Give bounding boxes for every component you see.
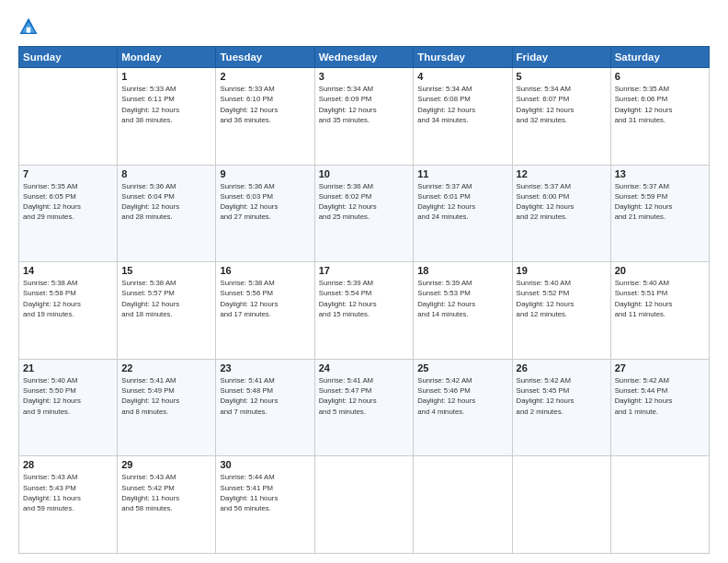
calendar-cell: 8Sunrise: 5:36 AMSunset: 6:04 PMDaylight… <box>118 165 216 262</box>
day-number: 14 <box>23 265 113 276</box>
calendar-week-row: 21Sunrise: 5:40 AMSunset: 5:50 PMDayligh… <box>19 359 710 456</box>
day-info: Sunrise: 5:37 AMSunset: 6:01 PMDaylight:… <box>417 181 507 223</box>
calendar-table: SundayMondayTuesdayWednesdayThursdayFrid… <box>18 46 710 554</box>
day-info: Sunrise: 5:42 AMSunset: 5:46 PMDaylight:… <box>417 375 507 417</box>
calendar-cell: 2Sunrise: 5:33 AMSunset: 6:10 PMDaylight… <box>216 68 314 166</box>
calendar-week-row: 1Sunrise: 5:33 AMSunset: 6:11 PMDaylight… <box>19 68 710 166</box>
weekday-header-saturday: Saturday <box>610 47 709 68</box>
calendar-cell: 23Sunrise: 5:41 AMSunset: 5:48 PMDayligh… <box>216 359 314 456</box>
calendar-week-row: 28Sunrise: 5:43 AMSunset: 5:43 PMDayligh… <box>19 456 710 554</box>
calendar-cell: 10Sunrise: 5:36 AMSunset: 6:02 PMDayligh… <box>314 165 414 262</box>
day-info: Sunrise: 5:34 AMSunset: 6:09 PMDaylight:… <box>319 84 410 125</box>
calendar-cell: 20Sunrise: 5:40 AMSunset: 5:51 PMDayligh… <box>610 262 709 360</box>
day-number: 4 <box>417 71 507 82</box>
day-number: 8 <box>121 168 211 179</box>
day-number: 22 <box>121 362 211 373</box>
calendar-cell: 9Sunrise: 5:36 AMSunset: 6:03 PMDaylight… <box>216 165 314 262</box>
day-info: Sunrise: 5:33 AMSunset: 6:10 PMDaylight:… <box>220 84 310 125</box>
day-info: Sunrise: 5:34 AMSunset: 6:07 PMDaylight:… <box>517 84 607 125</box>
calendar-cell: 21Sunrise: 5:40 AMSunset: 5:50 PMDayligh… <box>19 359 118 456</box>
day-info: Sunrise: 5:42 AMSunset: 5:45 PMDaylight:… <box>517 375 607 417</box>
day-number: 12 <box>517 168 607 179</box>
day-number: 26 <box>517 362 607 373</box>
calendar-cell: 24Sunrise: 5:41 AMSunset: 5:47 PMDayligh… <box>314 359 414 456</box>
calendar-cell <box>314 456 414 554</box>
day-number: 25 <box>417 362 507 373</box>
day-info: Sunrise: 5:35 AMSunset: 6:06 PMDaylight:… <box>615 84 705 125</box>
day-info: Sunrise: 5:44 AMSunset: 5:41 PMDaylight:… <box>220 472 310 513</box>
day-number: 16 <box>220 265 310 276</box>
day-number: 24 <box>319 362 410 373</box>
day-number: 5 <box>517 71 607 82</box>
day-number: 15 <box>121 265 211 276</box>
day-info: Sunrise: 5:42 AMSunset: 5:44 PMDaylight:… <box>615 375 705 417</box>
calendar-cell <box>19 68 118 166</box>
weekday-header-sunday: Sunday <box>19 47 118 68</box>
calendar-cell: 19Sunrise: 5:40 AMSunset: 5:52 PMDayligh… <box>512 262 610 360</box>
calendar-cell: 27Sunrise: 5:42 AMSunset: 5:44 PMDayligh… <box>610 359 709 456</box>
day-info: Sunrise: 5:39 AMSunset: 5:54 PMDaylight:… <box>319 278 410 319</box>
calendar-cell <box>512 456 610 554</box>
calendar-week-row: 7Sunrise: 5:35 AMSunset: 6:05 PMDaylight… <box>19 165 710 262</box>
day-number: 11 <box>417 168 507 179</box>
day-info: Sunrise: 5:38 AMSunset: 5:58 PMDaylight:… <box>23 278 113 319</box>
calendar-cell <box>414 456 512 554</box>
calendar-cell: 25Sunrise: 5:42 AMSunset: 5:46 PMDayligh… <box>414 359 512 456</box>
logo <box>18 17 40 37</box>
calendar-cell: 11Sunrise: 5:37 AMSunset: 6:01 PMDayligh… <box>414 165 512 262</box>
day-number: 21 <box>23 362 113 373</box>
day-number: 3 <box>319 71 410 82</box>
day-info: Sunrise: 5:41 AMSunset: 5:49 PMDaylight:… <box>121 375 211 417</box>
day-info: Sunrise: 5:43 AMSunset: 5:43 PMDaylight:… <box>23 472 113 513</box>
logo-icon <box>18 17 39 37</box>
day-number: 9 <box>220 168 310 179</box>
day-info: Sunrise: 5:37 AMSunset: 6:00 PMDaylight:… <box>517 181 607 223</box>
calendar-cell: 14Sunrise: 5:38 AMSunset: 5:58 PMDayligh… <box>19 262 118 360</box>
day-number: 6 <box>615 71 705 82</box>
day-number: 10 <box>319 168 410 179</box>
calendar-cell: 13Sunrise: 5:37 AMSunset: 5:59 PMDayligh… <box>610 165 709 262</box>
calendar-cell: 15Sunrise: 5:38 AMSunset: 5:57 PMDayligh… <box>118 262 216 360</box>
weekday-header-thursday: Thursday <box>414 47 512 68</box>
calendar-cell: 29Sunrise: 5:43 AMSunset: 5:42 PMDayligh… <box>118 456 216 554</box>
day-number: 29 <box>121 459 211 470</box>
day-info: Sunrise: 5:40 AMSunset: 5:50 PMDaylight:… <box>23 375 113 417</box>
calendar-cell: 26Sunrise: 5:42 AMSunset: 5:45 PMDayligh… <box>512 359 610 456</box>
calendar-cell <box>610 456 709 554</box>
weekday-header-row: SundayMondayTuesdayWednesdayThursdayFrid… <box>19 47 710 68</box>
weekday-header-wednesday: Wednesday <box>314 47 414 68</box>
weekday-header-tuesday: Tuesday <box>216 47 314 68</box>
calendar-cell: 1Sunrise: 5:33 AMSunset: 6:11 PMDaylight… <box>118 68 216 166</box>
calendar-cell: 12Sunrise: 5:37 AMSunset: 6:00 PMDayligh… <box>512 165 610 262</box>
day-number: 30 <box>220 459 310 470</box>
calendar-week-row: 14Sunrise: 5:38 AMSunset: 5:58 PMDayligh… <box>19 262 710 360</box>
calendar-cell: 30Sunrise: 5:44 AMSunset: 5:41 PMDayligh… <box>216 456 314 554</box>
day-number: 18 <box>417 265 507 276</box>
day-number: 20 <box>615 265 705 276</box>
day-info: Sunrise: 5:37 AMSunset: 5:59 PMDaylight:… <box>615 181 705 223</box>
day-info: Sunrise: 5:40 AMSunset: 5:52 PMDaylight:… <box>517 278 607 319</box>
day-number: 7 <box>23 168 113 179</box>
day-number: 13 <box>615 168 705 179</box>
day-info: Sunrise: 5:43 AMSunset: 5:42 PMDaylight:… <box>121 472 211 513</box>
day-number: 2 <box>220 71 310 82</box>
day-info: Sunrise: 5:35 AMSunset: 6:05 PMDaylight:… <box>23 181 113 223</box>
calendar-cell: 7Sunrise: 5:35 AMSunset: 6:05 PMDaylight… <box>19 165 118 262</box>
day-info: Sunrise: 5:34 AMSunset: 6:08 PMDaylight:… <box>417 84 507 125</box>
day-info: Sunrise: 5:36 AMSunset: 6:02 PMDaylight:… <box>319 181 410 223</box>
day-info: Sunrise: 5:36 AMSunset: 6:03 PMDaylight:… <box>220 181 310 223</box>
calendar-cell: 6Sunrise: 5:35 AMSunset: 6:06 PMDaylight… <box>610 68 709 166</box>
day-info: Sunrise: 5:38 AMSunset: 5:57 PMDaylight:… <box>121 278 211 319</box>
day-number: 23 <box>220 362 310 373</box>
day-info: Sunrise: 5:39 AMSunset: 5:53 PMDaylight:… <box>417 278 507 319</box>
weekday-header-friday: Friday <box>512 47 610 68</box>
day-number: 1 <box>121 71 211 82</box>
calendar-cell: 17Sunrise: 5:39 AMSunset: 5:54 PMDayligh… <box>314 262 414 360</box>
day-info: Sunrise: 5:41 AMSunset: 5:48 PMDaylight:… <box>220 375 310 417</box>
day-number: 17 <box>319 265 410 276</box>
day-number: 27 <box>615 362 705 373</box>
day-number: 19 <box>517 265 607 276</box>
day-info: Sunrise: 5:40 AMSunset: 5:51 PMDaylight:… <box>615 278 705 319</box>
calendar-cell: 28Sunrise: 5:43 AMSunset: 5:43 PMDayligh… <box>19 456 118 554</box>
calendar-cell: 3Sunrise: 5:34 AMSunset: 6:09 PMDaylight… <box>314 68 414 166</box>
